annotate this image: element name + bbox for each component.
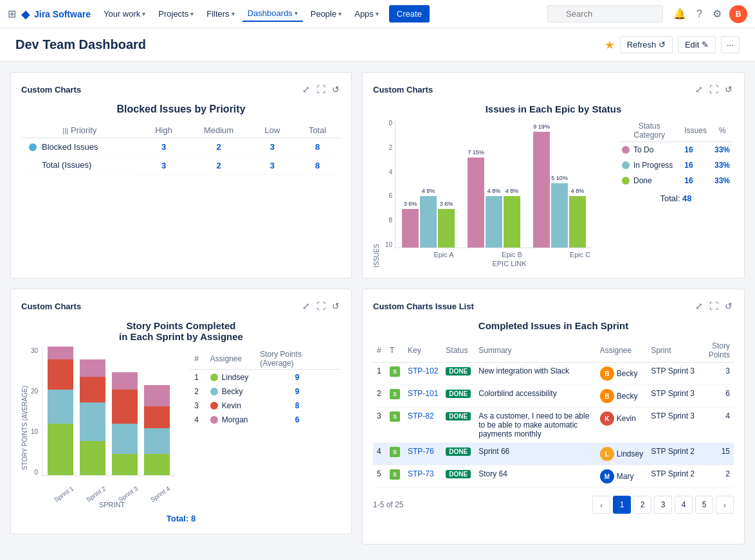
- story-icon: S: [390, 469, 400, 480]
- bar-label: 5 10%: [551, 175, 568, 182]
- epic-legend-row: To Do 16 33%: [618, 142, 734, 158]
- col-key: Key: [404, 339, 442, 363]
- row-story-points: 15: [698, 443, 734, 465]
- story-points-card-title: Custom Charts: [21, 302, 81, 311]
- next-page-button[interactable]: ›: [716, 496, 734, 514]
- help-icon[interactable]: ?: [694, 6, 705, 23]
- fullscreen-icon[interactable]: ⛶: [315, 83, 327, 96]
- blocked-chart-title: Blocked Issues by Priority: [21, 104, 341, 115]
- user-avatar[interactable]: B: [729, 5, 747, 23]
- epic-total: Total: 48: [618, 194, 734, 203]
- row-story-points: 2: [698, 465, 734, 488]
- refresh-button[interactable]: Refresh ↺: [620, 36, 673, 53]
- epic-bar: [551, 183, 568, 248]
- card-actions: ⤢ ⛶ ↺: [301, 300, 341, 312]
- page-header: Dev Team Dashboard ★ Refresh ↺ Edit ✎ ··…: [0, 28, 755, 62]
- more-button[interactable]: ···: [721, 36, 740, 53]
- row-key[interactable]: STP-82: [404, 408, 442, 443]
- row-type: S: [386, 408, 404, 443]
- chevron-down-icon: ▾: [295, 10, 298, 17]
- nav-apps[interactable]: Apps ▾: [349, 6, 384, 21]
- refresh-icon[interactable]: ↺: [331, 83, 341, 96]
- assignee-name: Kevin: [205, 399, 253, 412]
- expand-icon[interactable]: ⤢: [694, 83, 704, 96]
- edit-button[interactable]: Edit ✎: [678, 36, 716, 53]
- refresh-icon[interactable]: ↺: [723, 300, 734, 312]
- row-value: 3: [251, 138, 295, 157]
- row-key[interactable]: STP-76: [404, 443, 442, 465]
- refresh-icon[interactable]: ↺: [723, 83, 734, 96]
- row-value: 2: [186, 156, 250, 174]
- card-actions: ⤢ ⛶ ↺: [694, 83, 734, 96]
- fullscreen-icon[interactable]: ⛶: [708, 300, 720, 312]
- nav-dashboards[interactable]: Dashboards ▾: [242, 6, 303, 22]
- col-status: Status: [442, 339, 475, 363]
- grid-icon[interactable]: ⊞: [8, 8, 16, 20]
- bell-icon[interactable]: 🔔: [671, 5, 689, 23]
- jira-logo-icon: ◆: [21, 7, 30, 21]
- page-number-buttons: 12345: [613, 496, 713, 514]
- assignee-name: Becky: [205, 385, 253, 398]
- legend-dot: [622, 146, 630, 154]
- bar-segment: [80, 377, 105, 402]
- page-number-button[interactable]: 5: [695, 496, 713, 514]
- expand-icon[interactable]: ⤢: [301, 300, 311, 312]
- nav-icons: 🔔 ? ⚙ B: [671, 5, 747, 23]
- story-points-bars: [42, 347, 175, 476]
- done-badge: DONE: [446, 412, 471, 420]
- bar-segment: [144, 385, 170, 406]
- story-icon: S: [390, 389, 400, 399]
- row-assignee: M Mary: [596, 465, 647, 488]
- row-assignee: K Kevin: [596, 408, 647, 443]
- page-number-button[interactable]: 4: [675, 496, 693, 514]
- prev-page-button[interactable]: ‹: [592, 496, 610, 514]
- settings-icon[interactable]: ⚙: [710, 5, 724, 23]
- chevron-down-icon: ▾: [190, 10, 194, 17]
- page-number-button[interactable]: 2: [633, 496, 651, 514]
- epic-chart-card-header: Custom Charts ⤢ ⛶ ↺: [373, 83, 734, 96]
- table-row: Blocked Issues3238: [21, 138, 341, 157]
- epic-bar-group: 3 6%4 8%3 6%: [402, 188, 455, 248]
- fullscreen-icon[interactable]: ⛶: [315, 300, 327, 312]
- done-badge: DONE: [446, 470, 471, 478]
- epic-legend-table: Status Category Issues % To Do 16 33% In…: [618, 120, 734, 188]
- epic-bar-group: 9 19%5 10%4 8%: [533, 123, 586, 248]
- bar-label: 4 8%: [487, 188, 501, 195]
- row-key[interactable]: STP-73: [404, 465, 442, 488]
- create-button[interactable]: Create: [389, 5, 430, 23]
- row-story-points: 4: [698, 408, 734, 443]
- search-input[interactable]: [547, 5, 663, 23]
- nav-your-work[interactable]: Your work ▾: [98, 6, 150, 21]
- star-icon[interactable]: ★: [605, 38, 615, 52]
- blocked-issues-card: Custom Charts ⤢ ⛶ ↺ Blocked Issues by Pr…: [10, 72, 352, 278]
- epic-bar: [569, 196, 586, 248]
- epic-bar-wrapper: 4 8%: [486, 188, 502, 248]
- row-assignee: B Becky: [596, 363, 647, 385]
- nav-filters[interactable]: Filters ▾: [201, 6, 239, 21]
- row-summary: Story 64: [475, 465, 596, 488]
- row-key[interactable]: STP-101: [404, 385, 442, 408]
- assignee-points: 6: [255, 413, 340, 426]
- app-logo[interactable]: ◆ Jira Software: [21, 7, 91, 21]
- chevron-down-icon: ▾: [338, 10, 341, 17]
- row-key[interactable]: STP-102: [404, 363, 442, 385]
- expand-icon[interactable]: ⤢: [694, 300, 704, 312]
- row-summary: New integration with Slack: [475, 363, 596, 385]
- row-sprint: STP Sprint 3: [647, 363, 698, 385]
- chevron-down-icon: ▾: [232, 10, 235, 17]
- story-points-total-value: 8: [191, 514, 196, 523]
- page-number-button[interactable]: 3: [654, 496, 672, 514]
- fullscreen-icon[interactable]: ⛶: [708, 83, 720, 96]
- assignee-name: Becky: [617, 369, 638, 378]
- issue-row: 3 S STP-82 DONE As a customer, I need to…: [373, 408, 734, 443]
- row-summary: Colorblind accessibility: [475, 385, 596, 408]
- assignee-name: Mary: [617, 472, 634, 481]
- assignee-avatar: M: [600, 469, 614, 483]
- refresh-icon[interactable]: ↺: [331, 300, 341, 312]
- nav-projects[interactable]: Projects ▾: [153, 6, 199, 21]
- expand-icon[interactable]: ⤢: [301, 83, 311, 96]
- nav-people[interactable]: People ▾: [305, 6, 347, 21]
- col-high-header: High: [141, 123, 187, 138]
- legend-table: # Assignee Story Points (Average) 1 Lind…: [188, 347, 341, 428]
- page-number-button[interactable]: 1: [613, 496, 631, 514]
